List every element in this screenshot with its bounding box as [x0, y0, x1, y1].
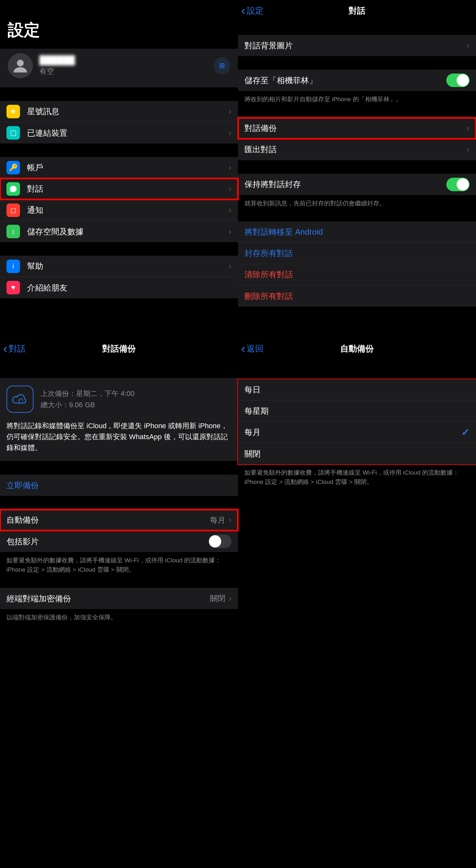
- row-move-android[interactable]: 將對話轉移至 Android: [238, 221, 476, 243]
- page-title: 自動備份: [238, 343, 476, 354]
- label: 對話: [27, 183, 229, 194]
- group-actions: 將對話轉移至 Android 封存所有對話 清除所有對話 刪除所有對話: [238, 221, 476, 307]
- qr-icon: ⊞: [219, 62, 225, 70]
- group-2: 🔑 帳戶 › 對話 › ◻ 通知 › ↕ 儲存空間及數據 ›: [0, 157, 238, 242]
- bell-icon: ◻: [6, 204, 20, 217]
- row-tell-friend[interactable]: ♥ 介紹給朋友: [0, 277, 238, 298]
- label: 保持將對話封存: [244, 179, 446, 190]
- label: 刪除所有對話: [244, 291, 470, 302]
- label: 幫助: [27, 261, 229, 272]
- value: 關閉: [210, 593, 226, 603]
- label: 每日: [244, 384, 470, 395]
- label: 對話背景圖片: [244, 40, 467, 51]
- group-archive: 保持將對話封存: [238, 174, 476, 195]
- row-help[interactable]: i 幫助 ›: [0, 256, 238, 277]
- group-frequency: 每日 每星期 每月 ✓ 關閉: [238, 379, 476, 464]
- group-3: i 幫助 › ♥ 介紹給朋友: [0, 256, 238, 298]
- label: 介紹給朋友: [27, 282, 232, 293]
- monitor-icon: ▢: [6, 126, 20, 140]
- nav-bar: ‹ 對話 對話備份: [0, 338, 238, 359]
- label: 帳戶: [27, 162, 229, 173]
- chevron-right-icon: ›: [229, 205, 232, 215]
- label: 將對話轉移至 Android: [244, 227, 470, 237]
- chevron-right-icon: ›: [229, 128, 232, 138]
- label: 已連結裝置: [27, 128, 229, 138]
- back-button[interactable]: ‹ 對話: [3, 342, 26, 355]
- page-title: 對話備份: [0, 343, 238, 354]
- row-include-video[interactable]: 包括影片: [0, 531, 238, 552]
- chat-icon: [6, 182, 20, 196]
- label: 關閉: [244, 448, 470, 459]
- note-camera: 將收到的相片和影片自動儲存至 iPhone 的「相機菲林」。: [238, 91, 476, 104]
- toggle-save-camera[interactable]: [446, 73, 470, 87]
- panel-chat-backup: ‹ 對話 對話備份 上次備份：星期二，下午 4:00 總大小：9.06 GB 將…: [0, 316, 238, 868]
- row-notifications[interactable]: ◻ 通知 ›: [0, 199, 238, 221]
- label: 自動備份: [6, 515, 210, 525]
- option-daily[interactable]: 每日: [238, 379, 476, 400]
- row-clear-all[interactable]: 清除所有對話: [238, 264, 476, 285]
- row-archive-all[interactable]: 封存所有對話: [238, 243, 476, 264]
- panel-chats: ‹ 設定 對話 對話背景圖片 › 儲存至「相機菲林」 將收到的相片和影片自動儲存…: [238, 0, 476, 316]
- toggle-include-video[interactable]: [208, 535, 232, 548]
- nav-bar: ‹ 返回 自動備份: [238, 338, 476, 359]
- row-linked-devices[interactable]: ▢ 已連結裝置 ›: [0, 122, 238, 144]
- row-export-chat[interactable]: 匯出對話 ›: [238, 139, 476, 160]
- toggle-keep-archived[interactable]: [446, 178, 470, 191]
- row-e2e-backup[interactable]: 經端對端加密備份 關閉 ›: [0, 588, 238, 609]
- back-label: 設定: [247, 5, 264, 17]
- label: 包括影片: [6, 536, 208, 547]
- chevron-right-icon: ›: [229, 106, 232, 116]
- last-backup: 上次備份：星期二，下午 4:00: [41, 388, 135, 399]
- option-off[interactable]: 關閉: [238, 443, 476, 464]
- cloud-card: 上次備份：星期二，下午 4:00 總大小：9.06 GB: [0, 378, 238, 417]
- row-auto-backup[interactable]: 自動備份 每月 ›: [0, 509, 238, 531]
- chevron-right-icon: ›: [467, 123, 470, 133]
- page-title: 設定: [0, 0, 238, 49]
- note-e2e: 以端對端加密保護備份，加強安全保障。: [0, 609, 238, 622]
- row-chats[interactable]: 對話 ›: [0, 178, 238, 199]
- label: 封存所有對話: [244, 248, 470, 258]
- note-data: 如要避免額外的數據收費，請將手機連線至 Wi-Fi，或停用 iCloud 的流動…: [0, 552, 238, 574]
- svg-point-0: [17, 60, 24, 66]
- chevron-left-icon: ‹: [3, 342, 7, 355]
- label: 立即備份: [6, 480, 232, 491]
- row-keep-archived[interactable]: 保持將對話封存: [238, 174, 476, 195]
- profile-status: 有空: [39, 66, 75, 76]
- label: 每月: [244, 427, 462, 438]
- row-save-camera[interactable]: 儲存至「相機菲林」: [238, 70, 476, 91]
- profile-name: ██████: [39, 55, 75, 65]
- label: 儲存至「相機菲林」: [244, 75, 446, 86]
- row-delete-all[interactable]: 刪除所有對話: [238, 285, 476, 307]
- label: 星號訊息: [27, 106, 229, 117]
- back-button[interactable]: ‹ 設定: [241, 4, 264, 17]
- option-monthly[interactable]: 每月 ✓: [238, 422, 476, 443]
- avatar: [8, 53, 33, 79]
- group-backup-now: 立即備份: [0, 475, 238, 496]
- back-label: 對話: [9, 343, 26, 354]
- group-camera-roll: 儲存至「相機菲林」: [238, 70, 476, 91]
- arrows-icon: ↕: [6, 225, 20, 238]
- row-wallpaper[interactable]: 對話背景圖片 ›: [238, 35, 476, 56]
- row-starred[interactable]: ★ 星號訊息 ›: [0, 101, 238, 122]
- label: 通知: [27, 205, 229, 215]
- chevron-right-icon: ›: [229, 594, 232, 603]
- chevron-right-icon: ›: [229, 184, 232, 194]
- row-storage[interactable]: ↕ 儲存空間及數據 ›: [0, 221, 238, 242]
- back-button[interactable]: ‹ 返回: [241, 342, 264, 355]
- chevron-right-icon: ›: [229, 227, 232, 237]
- label: 對話備份: [244, 123, 467, 133]
- profile-row[interactable]: ██████ 有空 ⊞: [0, 49, 238, 87]
- row-chat-backup[interactable]: 對話備份 ›: [238, 118, 476, 139]
- label: 匯出對話: [244, 144, 467, 155]
- page-title: 對話: [238, 5, 476, 17]
- row-backup-now[interactable]: 立即備份: [0, 475, 238, 496]
- note-archive: 就算收到新訊息，先前已封存的對話仍會繼續封存。: [238, 195, 476, 208]
- chevron-left-icon: ‹: [241, 4, 245, 17]
- row-account[interactable]: 🔑 帳戶 ›: [0, 157, 238, 178]
- chevron-right-icon: ›: [467, 145, 470, 154]
- qr-button[interactable]: ⊞: [213, 57, 230, 74]
- label: 經端對端加密備份: [6, 593, 210, 604]
- nav-bar: ‹ 設定 對話: [238, 0, 476, 21]
- option-weekly[interactable]: 每星期: [238, 400, 476, 422]
- label: 每星期: [244, 406, 470, 416]
